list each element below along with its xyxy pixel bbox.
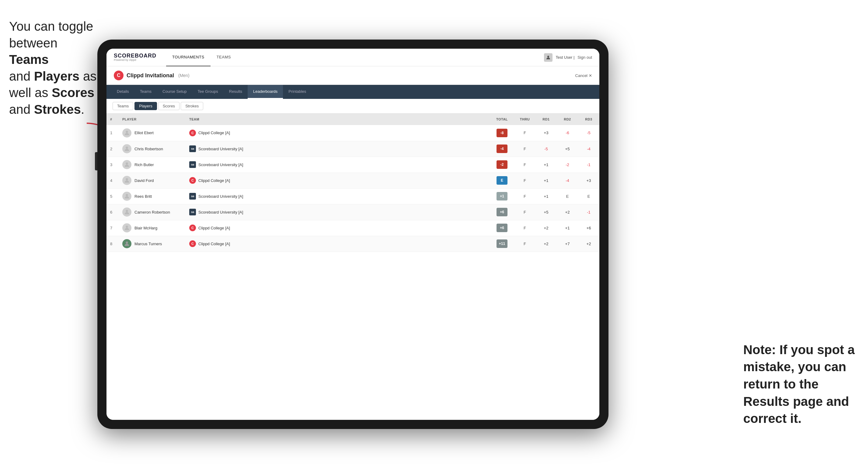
sub-tab-teams[interactable]: Teams xyxy=(113,102,133,110)
cell-thru: F xyxy=(514,125,535,141)
cell-rd2: +7 xyxy=(557,236,578,252)
leaderboard-table: # PLAYER TEAM TOTAL THRU RD1 RD2 RD3 1El… xyxy=(106,114,599,420)
total-badge: +11 xyxy=(497,240,507,248)
top-navigation: SCOREBOARD Powered by clippd TOURNAMENTS… xyxy=(106,49,599,66)
tab-tee-groups[interactable]: Tee Groups xyxy=(192,85,224,99)
cell-rd1: +2 xyxy=(535,236,557,252)
team-name: Clippd College [A] xyxy=(198,226,230,230)
cell-player: Rich Butler xyxy=(119,157,186,173)
annotation-line4: well as Scores xyxy=(9,86,94,100)
nav-links: TOURNAMENTS TEAMS xyxy=(166,49,544,66)
nav-teams[interactable]: TEAMS xyxy=(211,49,237,66)
tournament-logo: C xyxy=(114,70,124,80)
tab-details[interactable]: Details xyxy=(111,85,134,99)
tab-course-setup[interactable]: Course Setup xyxy=(157,85,192,99)
cell-team: SBScoreboard University [A] xyxy=(186,188,490,204)
cell-rank: 1 xyxy=(106,125,119,141)
total-badge: -8 xyxy=(497,129,507,137)
tablet-frame: SCOREBOARD Powered by clippd TOURNAMENTS… xyxy=(97,39,609,429)
col-total: TOTAL xyxy=(490,114,514,125)
player-name: Rich Butler xyxy=(134,162,154,167)
tournament-name: Clippd Invitational xyxy=(127,72,174,79)
cell-total: +11 xyxy=(490,236,514,252)
table-row: 4David FordCClippd College [A]EF+1-4+3 xyxy=(106,173,599,188)
cell-player: Blair McHarg xyxy=(119,220,186,236)
team-name: Scoreboard University [A] xyxy=(198,194,243,199)
cell-rd2: E xyxy=(557,188,578,204)
cell-rank: 6 xyxy=(106,204,119,220)
team-logo-sb: SB xyxy=(189,209,196,215)
player-avatar xyxy=(122,192,131,201)
tournament-title-area: C Clippd Invitational (Men) xyxy=(114,70,190,80)
player-name: Elliot Ebert xyxy=(134,130,154,135)
annotation-line3: and Players as xyxy=(9,69,96,83)
cell-rd1: +1 xyxy=(535,157,557,173)
teams-bold: Teams xyxy=(9,52,49,67)
total-badge: -2 xyxy=(497,160,507,169)
col-rd2: RD2 xyxy=(557,114,578,125)
team-logo-sb: SB xyxy=(189,193,196,199)
tablet-side-button xyxy=(95,152,97,170)
cell-player: David Ford xyxy=(119,173,186,188)
sub-tab-strokes[interactable]: Strokes xyxy=(181,102,203,110)
tournament-gender: (Men) xyxy=(178,73,190,78)
right-annotation: Note: If you spot a mistake, you can ret… xyxy=(743,341,859,428)
team-name: Clippd College [A] xyxy=(198,178,230,183)
sub-tab-bar: Teams Players Scores Strokes xyxy=(106,99,599,114)
sub-tab-players[interactable]: Players xyxy=(134,102,157,110)
player-avatar xyxy=(122,223,131,232)
cell-rank: 3 xyxy=(106,157,119,173)
close-icon: ✕ xyxy=(589,73,592,78)
cell-total: +6 xyxy=(490,204,514,220)
col-team: TEAM xyxy=(186,114,490,125)
table-body: 1Elliot EbertCClippd College [A]-8F+3-6-… xyxy=(106,125,599,252)
cell-thru: F xyxy=(514,220,535,236)
players-table: # PLAYER TEAM TOTAL THRU RD1 RD2 RD3 1El… xyxy=(106,114,599,252)
team-logo-clippd: C xyxy=(189,130,196,136)
table-row: 7Blair McHargCClippd College [A]+6F+2+1+… xyxy=(106,220,599,236)
cell-thru: F xyxy=(514,157,535,173)
team-name: Scoreboard University [A] xyxy=(198,147,243,151)
cell-rd2: -4 xyxy=(557,173,578,188)
col-rd3: RD3 xyxy=(578,114,599,125)
team-name: Clippd College [A] xyxy=(198,130,230,135)
team-logo-clippd: C xyxy=(189,177,196,184)
cell-player: Chris Robertson xyxy=(119,141,186,157)
cell-player: Marcus Turners xyxy=(119,236,186,252)
app-logo: SCOREBOARD Powered by clippd xyxy=(114,53,156,62)
cell-rd3: E xyxy=(578,188,599,204)
cell-rank: 7 xyxy=(106,220,119,236)
tab-printables[interactable]: Printables xyxy=(283,85,312,99)
svg-point-8 xyxy=(126,226,128,228)
cell-thru: F xyxy=(514,204,535,220)
cell-total: -4 xyxy=(490,141,514,157)
cell-rank: 4 xyxy=(106,173,119,188)
tab-leaderboards[interactable]: Leaderboards xyxy=(248,85,283,99)
col-rd1: RD1 xyxy=(535,114,557,125)
player-avatar xyxy=(122,144,131,153)
svg-point-1 xyxy=(547,56,549,58)
cell-rd1: -5 xyxy=(535,141,557,157)
cell-team: CClippd College [A] xyxy=(186,173,490,188)
sign-out-link[interactable]: Sign out xyxy=(578,55,592,60)
player-avatar xyxy=(122,160,131,169)
sub-tab-scores[interactable]: Scores xyxy=(158,102,180,110)
players-bold: Players xyxy=(34,69,80,83)
cell-thru: F xyxy=(514,236,535,252)
nav-tournaments[interactable]: TOURNAMENTS xyxy=(166,49,211,66)
user-label: Test User | xyxy=(556,55,575,60)
table-row: 8Marcus TurnersCClippd College [A]+11F+2… xyxy=(106,236,599,252)
player-avatar xyxy=(122,239,131,248)
cell-thru: F xyxy=(514,173,535,188)
table-row: 3Rich ButlerSBScoreboard University [A]-… xyxy=(106,157,599,173)
tab-teams[interactable]: Teams xyxy=(134,85,157,99)
cancel-button[interactable]: Cancel ✕ xyxy=(575,73,592,78)
team-logo-sb: SB xyxy=(189,161,196,168)
tab-results[interactable]: Results xyxy=(224,85,248,99)
team-logo-sb: SB xyxy=(189,146,196,152)
total-badge: +1 xyxy=(497,192,507,200)
cell-player: Cameron Robertson xyxy=(119,204,186,220)
player-avatar xyxy=(122,208,131,217)
team-name: Scoreboard University [A] xyxy=(198,162,243,167)
cell-rd2: -6 xyxy=(557,125,578,141)
